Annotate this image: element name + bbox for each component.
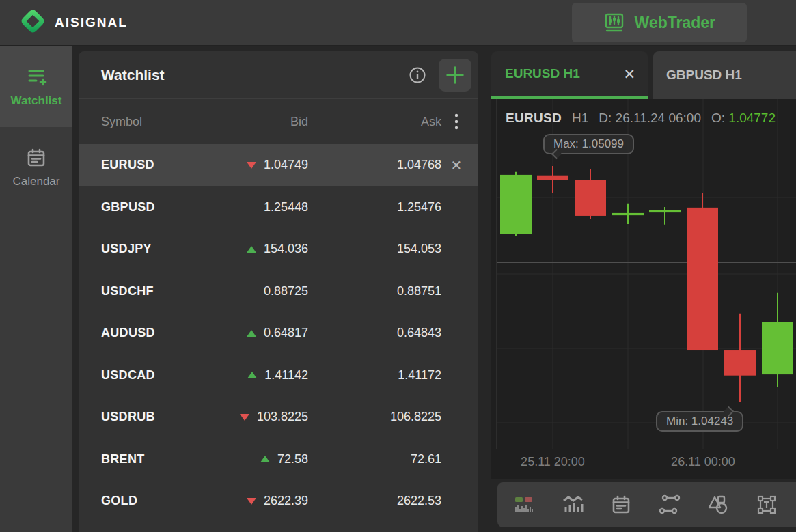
symbol-cell: EURUSD xyxy=(101,158,199,172)
direction-arrow xyxy=(240,414,249,421)
watchlist-row[interactable]: EURUSD 1.04749 1.04768 ✕ xyxy=(79,144,478,186)
candles-group xyxy=(500,166,793,402)
tab-close-icon[interactable]: ✕ xyxy=(623,67,635,81)
legend-open-value: 1.04772 xyxy=(728,111,776,125)
webtrader-button[interactable]: WebTrader xyxy=(572,3,747,42)
legend-date: D: 26.11.24 06:00 xyxy=(599,111,701,126)
chart-tabs: EURUSD H1 ✕ GBPUSD H1 xyxy=(491,51,796,99)
bid-cell: 154.036 xyxy=(199,242,308,256)
aisignal-logo-icon xyxy=(19,8,46,38)
symbol-cell: GOLD xyxy=(101,494,199,508)
bid-cell: 103.8225 xyxy=(199,410,308,424)
chart-toolbar xyxy=(497,482,796,527)
direction-arrow xyxy=(247,246,256,253)
ask-value: 0.64843 xyxy=(308,326,441,340)
bid-cell: 72.58 xyxy=(199,452,308,466)
watchlist-column-headers: Symbol Bid Ask xyxy=(79,99,478,144)
x-axis-label: 26.11 00:00 xyxy=(671,455,735,469)
watchlist-row[interactable]: USDRUB 103.8225 106.8225 ✕ xyxy=(79,396,478,438)
column-ask[interactable]: Ask xyxy=(308,115,441,129)
symbol-cell: USDCAD xyxy=(101,368,199,382)
bid-value: 154.036 xyxy=(264,242,308,256)
bid-cell: 0.64817 xyxy=(199,326,308,340)
symbol-cell: BRENT xyxy=(101,452,199,466)
ask-value: 0.88751 xyxy=(308,284,441,298)
top-bar: AISIGNAL WebTrader xyxy=(0,0,796,46)
ask-value: 1.25476 xyxy=(308,200,441,214)
watchlist-row[interactable]: AUDUSD 0.64817 0.64843 ✕ xyxy=(79,312,478,354)
x-axis-label: 25.11 20:00 xyxy=(521,455,585,469)
watchlist-row[interactable]: GOLD 2622.39 2622.53 ✕ xyxy=(79,480,478,522)
watchlist-title: Watchlist xyxy=(101,67,407,83)
watchlist-row[interactable]: USDCAD 1.41142 1.41172 ✕ xyxy=(79,354,478,397)
ask-value: 154.053 xyxy=(308,242,441,256)
ask-value: 1.41172 xyxy=(308,368,441,382)
legend-timeframe: H1 xyxy=(572,111,588,126)
ask-value: 72.61 xyxy=(308,452,441,466)
bid-cell: 1.25448 xyxy=(199,200,308,214)
bid-value: 0.88725 xyxy=(264,284,308,298)
tab-gbpusd-h1[interactable]: GBPUSD H1 xyxy=(653,51,796,99)
bid-value: 2622.39 xyxy=(264,494,308,508)
tab-eurusd-h1[interactable]: EURUSD H1 ✕ xyxy=(491,51,648,99)
candle-style-icon[interactable] xyxy=(512,493,536,516)
watchlist-row[interactable]: USDCHF 0.88725 0.88751 ✕ xyxy=(79,270,478,313)
sidebar-item-label: Calendar xyxy=(13,175,60,188)
watchlist-row[interactable]: USDJPY 154.036 154.053 ✕ xyxy=(79,228,478,270)
direction-arrow xyxy=(247,372,257,378)
text-tool-icon[interactable] xyxy=(755,493,778,516)
chart-legend: EURUSD H1 D: 26.11.24 06:00 O: 1.04772 xyxy=(506,111,776,126)
legend-symbol: EURUSD xyxy=(506,111,562,126)
direction-arrow xyxy=(260,456,270,462)
bid-value: 72.58 xyxy=(277,452,308,466)
bid-cell: 1.04749 xyxy=(199,158,308,172)
watchlist-add-icon xyxy=(25,66,48,88)
direction-arrow xyxy=(247,330,256,337)
chart-area[interactable]: EURUSD H1 D: 26.11.24 06:00 O: 1.04772 M… xyxy=(491,99,796,479)
shapes-tool-icon[interactable] xyxy=(706,493,730,516)
direction-arrow xyxy=(247,498,256,505)
bid-value: 1.04749 xyxy=(264,158,308,172)
calendar-icon[interactable] xyxy=(609,493,633,516)
min-price-tooltip: Min: 1.04243 xyxy=(656,411,743,432)
max-price-tooltip: Max: 1.05099 xyxy=(543,134,634,154)
legend-open: O: 1.04772 xyxy=(711,111,776,126)
indicators-icon[interactable] xyxy=(561,493,584,516)
symbol-cell: AUDUSD xyxy=(101,326,199,340)
bid-cell: 1.41142 xyxy=(199,368,308,382)
symbol-cell: USDRUB xyxy=(101,410,199,424)
brand-name: AISIGNAL xyxy=(55,15,128,30)
symbol-cell: USDJPY xyxy=(101,242,199,256)
tab-label: GBPUSD H1 xyxy=(666,68,742,83)
bid-value: 0.64817 xyxy=(264,326,308,340)
bid-value: 1.41142 xyxy=(264,368,308,382)
brand: AISIGNAL xyxy=(19,8,128,38)
watchlist-header: Watchlist xyxy=(79,51,478,99)
symbol-cell: GBPUSD xyxy=(101,200,199,214)
ask-value: 1.04768 xyxy=(308,158,441,172)
bid-cell: 0.88725 xyxy=(199,284,308,298)
calendar-icon xyxy=(25,147,47,169)
kebab-menu-icon xyxy=(454,112,459,131)
lines-tool-icon[interactable] xyxy=(658,493,681,516)
tab-label: EURUSD H1 xyxy=(505,66,580,81)
watchlist-row[interactable]: GBPUSD 1.25448 1.25476 ✕ xyxy=(79,186,478,229)
sidebar-item-label: Watchlist xyxy=(11,94,62,108)
column-bid[interactable]: Bid xyxy=(199,115,308,129)
watchlist-panel: Watchlist Symbol Bid Ask xyxy=(79,51,478,532)
symbol-cell: USDCHF xyxy=(101,284,199,298)
candlestick-chart xyxy=(491,99,796,479)
watchlist-row[interactable]: BRENT 72.58 72.61 ✕ xyxy=(79,438,478,481)
ask-value: 106.8225 xyxy=(308,410,441,424)
sidebar: Watchlist Calendar xyxy=(0,46,72,532)
column-symbol[interactable]: Symbol xyxy=(101,115,199,129)
add-symbol-button[interactable] xyxy=(439,59,471,92)
column-menu[interactable] xyxy=(441,112,471,131)
ask-value: 2622.53 xyxy=(308,494,441,508)
info-icon[interactable] xyxy=(407,65,428,85)
row-close-icon[interactable]: ✕ xyxy=(451,158,463,172)
sidebar-item-watchlist[interactable]: Watchlist xyxy=(0,46,72,127)
sidebar-item-calendar[interactable]: Calendar xyxy=(0,127,72,208)
webtrader-chart-icon xyxy=(603,12,625,33)
bid-value: 103.8225 xyxy=(257,410,308,424)
